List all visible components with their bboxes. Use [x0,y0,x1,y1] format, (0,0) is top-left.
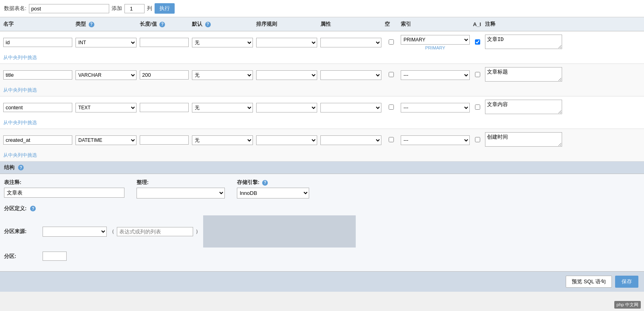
field-row-title: INTVARCHARTEXTDATETIME 无NULL [0,64,644,96]
partition-def-label: 分区定义: [4,205,26,212]
header-null: 空 [383,20,399,29]
paren-close: ） [196,228,201,235]
add-label: 添加 [112,5,122,12]
field-row-id: INT VARCHARTEXTDATETIME 无NULLCURRENT_TIM… [0,31,644,64]
structure-help-icon[interactable]: ? [18,165,24,170]
field-comment-title[interactable]: 文章标题 [485,67,562,82]
field-type-content[interactable]: INTVARCHARTEXTDATETIME [75,103,137,113]
field-comment-created-at[interactable]: 创建时间 [485,132,562,147]
field-name-created-at[interactable] [3,135,72,145]
storage-help-icon[interactable]: ? [262,180,268,186]
execute-button[interactable]: 执行 [155,3,175,14]
top-bar: 数据表名: 添加 列 执行 [0,0,644,17]
field-collation-created-at[interactable] [256,135,317,145]
field-null-title[interactable] [389,72,394,77]
field-row-created-at: INTVARCHARTEXTDATETIME 无NULLCURRENT_TIME… [0,129,644,162]
field-type-id[interactable]: INT VARCHARTEXTDATETIME [75,38,137,47]
table-comment-input[interactable] [4,188,124,198]
field-row-content: INTVARCHARTEXTDATETIME 无NULL [0,96,644,129]
field-name-title[interactable] [3,70,72,80]
field-default-title[interactable]: 无NULL [192,70,253,80]
field-null-created-at[interactable] [389,137,394,142]
storage-field: 存储引擎: ? InnoDBMyISAMMEMORY [237,179,309,198]
field-attributes-created-at[interactable] [320,135,381,145]
field-name-content[interactable] [3,103,72,112]
col-count-input[interactable] [124,4,145,13]
field-attributes-id[interactable] [320,38,381,47]
field-ai-created-at[interactable] [475,137,480,142]
table-comment-label: 表注释: [4,179,124,186]
field-attributes-title[interactable] [320,70,381,80]
field-name-id[interactable] [3,38,72,47]
field-comment-id[interactable]: 文章ID [485,35,562,49]
header-type: 类型 ? [74,20,138,29]
table-comment-field: 表注释: [4,179,124,198]
partition-count-input[interactable] [43,252,67,261]
partition-section: 分区定义: ? 分区来源: （ ） 分区: [4,205,640,261]
type-help-icon[interactable]: ? [89,22,94,27]
structure-label: 结构 [4,164,14,171]
pick-from-central-created-at[interactable]: 从中央列中挑选 [0,151,644,161]
header-index: 索引 [399,20,471,29]
field-index-created-at[interactable]: ---PRIMARYUNIQUEINDEX [401,135,470,145]
paren-open: （ [109,228,114,235]
preview-sql-button[interactable]: 预览 SQL 语句 [566,276,612,288]
header-ai: A_I [471,20,483,28]
field-ai-content[interactable] [475,104,480,110]
header-length: 长度/值 ? [138,20,190,29]
field-index-content[interactable]: ---PRIMARYUNIQUEINDEX [401,103,470,113]
field-length-created-at[interactable] [140,135,189,145]
field-default-content[interactable]: 无NULL [192,103,253,113]
pick-from-central-content[interactable]: 从中央列中挑选 [0,119,644,129]
partition-help-icon[interactable]: ? [30,206,36,211]
field-ai-title[interactable] [475,72,480,77]
field-collation-title[interactable] [256,70,317,80]
partition-source-label: 分区来源: [4,228,40,235]
default-help-icon[interactable]: ? [205,22,211,27]
field-index-id[interactable]: PRIMARY---UNIQUEINDEX [401,35,470,45]
header-name: 名字 [2,20,74,29]
field-length-title[interactable] [140,70,189,80]
pick-from-central-id[interactable]: 从中央列中挑选 [0,53,644,63]
header-comment: 注释 [483,20,564,29]
fields-container: INT VARCHARTEXTDATETIME 无NULLCURRENT_TIM… [0,31,644,162]
field-attributes-content[interactable] [320,103,381,113]
field-index-title[interactable]: ---PRIMARYUNIQUEINDEX [401,70,470,80]
header-collation: 排序规则 [255,20,319,29]
field-type-title[interactable]: INTVARCHARTEXTDATETIME [75,70,137,80]
field-collation-content[interactable] [256,103,317,113]
collation-select[interactable] [137,188,225,198]
collation-label: 整理: [137,179,225,186]
structure-section-header: 结构 ? [0,162,644,174]
field-length-content[interactable] [140,103,189,112]
collation-field: 整理: [137,179,225,198]
partition-gray-area [203,215,356,248]
table-name-input[interactable] [29,4,109,13]
primary-label-id: PRIMARY [401,45,470,50]
field-default-created-at[interactable]: 无NULLCURRENT_TIMESTAMP [192,135,253,145]
save-button[interactable]: 保存 [615,276,638,288]
table-name-label: 数据表名: [4,5,26,12]
partition-source-select[interactable] [43,227,107,237]
header-attributes: 属性 [319,20,383,29]
field-default-id[interactable]: 无NULLCURRENT_TIMESTAMP [192,38,253,47]
header-default: 默认 ? [190,20,255,29]
partition-count-label: 分区: [4,253,40,260]
partition-expr-input[interactable] [117,227,193,236]
field-null-content[interactable] [389,104,394,110]
length-help-icon[interactable]: ? [159,22,165,27]
pick-from-central-title[interactable]: 从中央列中挑选 [0,86,644,96]
storage-select[interactable]: InnoDBMyISAMMEMORY [237,188,309,198]
column-headers: 名字 类型 ? 长度/值 ? 默认 ? 排序规则 属性 空 索引 A_I 注释 [0,17,644,31]
field-collation-id[interactable] [256,38,317,47]
field-length-id[interactable] [140,38,189,47]
header-extra [564,23,576,25]
field-type-created-at[interactable]: INTVARCHARTEXTDATETIME [75,135,137,145]
field-ai-id[interactable] [475,39,480,45]
field-null-id[interactable] [389,39,394,45]
col-label: 列 [147,5,152,12]
structure-section: 表注释: 整理: 存储引擎: ? InnoDBMyISAMMEMORY 分区定义… [0,174,644,271]
storage-label: 存储引擎: ? [237,179,309,186]
bottom-bar: 预览 SQL 语句 保存 [0,271,644,292]
field-comment-content[interactable]: 文章内容 [485,100,562,114]
